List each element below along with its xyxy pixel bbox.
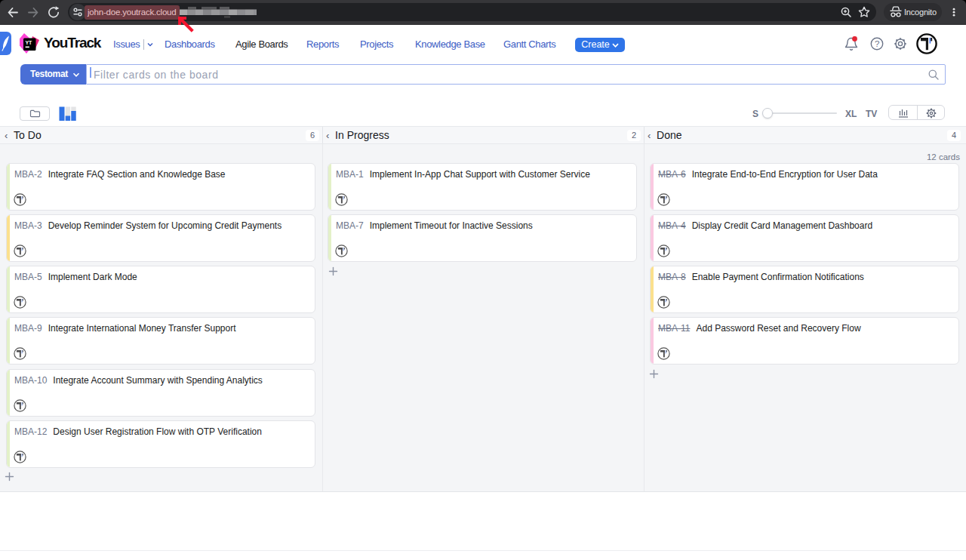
svg-text:YT: YT <box>26 40 32 45</box>
svg-text:?: ? <box>875 39 879 48</box>
